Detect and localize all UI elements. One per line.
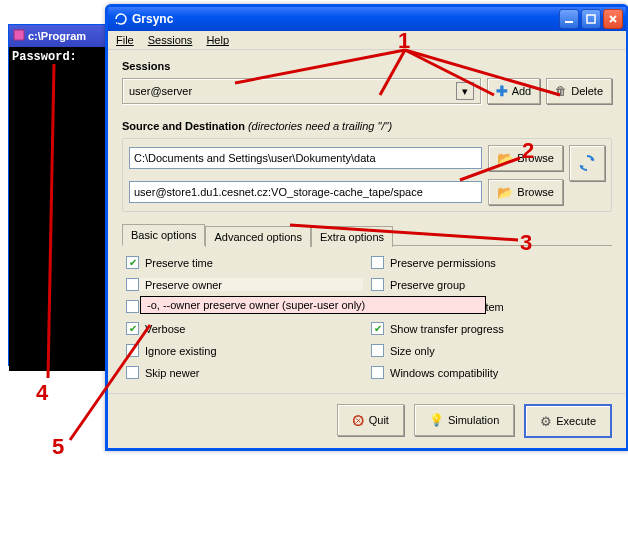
app-icon [114,12,128,26]
quit-icon: ⮿ [352,413,365,428]
checkbox-icon [371,256,384,269]
opt-preserve-group[interactable]: Preserve group [371,278,608,291]
terminal-prompt: Password: [12,50,77,64]
svg-rect-1 [565,21,573,23]
trash-icon: 🗑 [555,84,567,98]
opt-label: Size only [390,345,435,357]
opt-windows-compatibility[interactable]: Windows compatibility [371,366,608,379]
close-button[interactable] [603,9,623,29]
tab-basic[interactable]: Basic options [122,224,205,246]
background-terminal-window: c:\Program Password: [8,24,112,366]
menubar: File Sessions Help [108,31,626,50]
opt-label: Skip newer [145,367,199,379]
bulb-icon: 💡 [429,413,444,427]
browse-destination-button[interactable]: 📂 Browse [488,179,563,205]
opt-label: Verbose [145,323,185,335]
srcdest-note: (directories need a trailing "/") [248,120,392,132]
opt-label: Preserve group [390,279,465,291]
menu-sessions[interactable]: Sessions [148,34,193,46]
checkbox-icon [126,366,139,379]
checkbox-icon [371,366,384,379]
bg-titlebar: c:\Program [9,25,111,47]
menu-help[interactable]: Help [206,34,229,46]
svg-rect-2 [587,15,595,23]
sessions-label: Sessions [122,60,612,72]
tooltip-preserve-owner: -o, --owner preserve owner (super-user o… [140,296,486,314]
tab-extra[interactable]: Extra options [311,226,393,247]
delete-session-button[interactable]: 🗑 Delete [546,78,612,104]
checkbox-icon [126,256,139,269]
swap-icon [577,153,597,173]
srcdest-block: 📂 Browse 📂 Browse [122,138,612,212]
checkbox-icon [371,278,384,291]
opt-ignore-existing[interactable]: Ignore existing [126,344,363,357]
swap-button[interactable] [569,145,605,181]
annotation-5: 5 [52,434,64,459]
footer-buttons: ⮿ Quit 💡 Simulation ⚙ Execute [108,393,626,448]
minimize-button[interactable] [559,9,579,29]
opt-label: Preserve permissions [390,257,496,269]
menu-file[interactable]: File [116,34,134,46]
folder-icon: 📂 [497,151,513,166]
simulation-button[interactable]: 💡 Simulation [414,404,514,436]
tab-advanced[interactable]: Advanced options [205,226,310,247]
execute-button[interactable]: ⚙ Execute [524,404,612,438]
add-session-button[interactable]: ✚ Add [487,78,541,104]
opt-preserve-owner[interactable]: Preserve owner [126,278,363,291]
window-title: Grsync [132,12,557,26]
plus-icon: ✚ [496,83,508,99]
annotation-4: 4 [36,380,49,405]
quit-button[interactable]: ⮿ Quit [337,404,404,436]
opt-preserve-permissions[interactable]: Preserve permissions [371,256,608,269]
srcdest-label: Source and Destination (directories need… [122,120,612,132]
browse-label: Browse [517,186,554,198]
opt-label: Ignore existing [145,345,217,357]
checkbox-icon [126,300,139,313]
checkbox-icon [126,322,139,335]
checkbox-icon [371,344,384,357]
browse-label: Browse [517,152,554,164]
titlebar[interactable]: Grsync [108,7,626,31]
quit-label: Quit [369,414,389,426]
grsync-window: Grsync File Sessions Help Sessions user@… [105,4,628,451]
svg-rect-0 [14,30,24,40]
gear-icon: ⚙ [540,414,552,429]
execute-label: Execute [556,415,596,427]
basic-options-grid: Preserve time Preserve permissions Prese… [122,256,612,379]
chevron-down-icon: ▾ [456,82,474,100]
add-label: Add [512,85,532,97]
folder-icon: 📂 [497,185,513,200]
maximize-button[interactable] [581,9,601,29]
checkbox-icon [126,344,139,357]
bg-title-text: c:\Program [28,30,86,42]
options-tabs: Basic options Advanced options Extra opt… [122,224,612,246]
srcdest-label-text: Source and Destination [122,120,245,132]
opt-skip-newer[interactable]: Skip newer [126,366,363,379]
opt-label: Show transfer progress [390,323,504,335]
delete-label: Delete [571,85,603,97]
opt-label: Preserve time [145,257,213,269]
bg-title-icon [13,29,25,43]
destination-input[interactable] [129,181,482,203]
sessions-selected: user@server [129,85,192,97]
sessions-dropdown[interactable]: user@server ▾ [122,78,481,104]
checkbox-icon [126,278,139,291]
opt-show-transfer-progress[interactable]: Show transfer progress [371,322,608,335]
opt-label: Windows compatibility [390,367,498,379]
simulation-label: Simulation [448,414,499,426]
opt-verbose[interactable]: Verbose [126,322,363,335]
opt-size-only[interactable]: Size only [371,344,608,357]
checkbox-icon [371,322,384,335]
browse-source-button[interactable]: 📂 Browse [488,145,563,171]
terminal-body[interactable]: Password: [9,47,111,371]
opt-preserve-time[interactable]: Preserve time [126,256,363,269]
source-input[interactable] [129,147,482,169]
opt-label: Preserve owner [145,279,222,291]
